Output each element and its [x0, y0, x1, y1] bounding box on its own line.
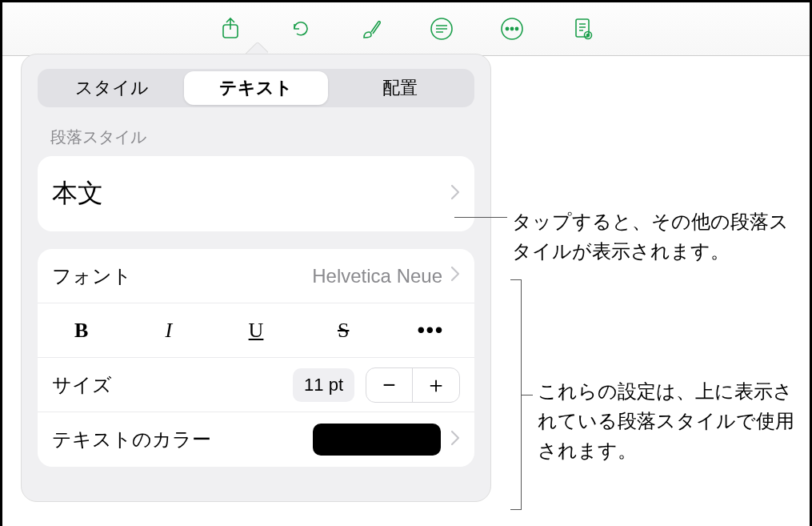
size-value[interactable]: 11 pt [293, 368, 354, 402]
strikethrough-button[interactable]: S [300, 303, 387, 357]
callout-paragraph-style: タップすると、その他の段落スタイルが表示されます。 [512, 207, 800, 266]
chevron-right-icon [450, 184, 460, 204]
format-popover: スタイル テキスト 配置 段落スタイル 本文 フォント Helvetica Ne… [21, 54, 491, 502]
more-format-button[interactable]: ••• [387, 303, 474, 357]
callout-settings: これらの設定は、上に表示されている段落スタイルで使用されます。 [538, 376, 810, 466]
callout-bracket-stem [522, 395, 533, 396]
more-icon[interactable] [496, 13, 528, 45]
size-stepper: − ＋ [366, 367, 460, 403]
svg-point-5 [515, 27, 518, 30]
size-label: サイズ [52, 372, 293, 398]
tab-segmented-control: スタイル テキスト 配置 [38, 69, 474, 107]
font-label: フォント [52, 263, 312, 289]
size-row: サイズ 11 pt − ＋ [38, 358, 474, 412]
text-color-swatch[interactable] [313, 424, 441, 456]
callout-bracket [510, 279, 522, 510]
svg-point-4 [510, 27, 513, 30]
bold-button[interactable]: B [38, 303, 125, 357]
popover-body: スタイル テキスト 配置 段落スタイル 本文 フォント Helvetica Ne… [21, 54, 491, 502]
svg-point-3 [506, 27, 508, 30]
frame-border-left [0, 0, 2, 526]
undo-icon[interactable] [285, 13, 317, 45]
font-value: Helvetica Neue [312, 265, 442, 287]
format-buttons-row: B I U S ••• [38, 303, 474, 358]
svg-point-8 [586, 34, 589, 37]
text-color-row[interactable]: テキストのカラー [38, 412, 474, 467]
chevron-right-icon [450, 266, 460, 286]
size-increase-button[interactable]: ＋ [413, 368, 459, 402]
insert-icon[interactable] [426, 13, 458, 45]
paragraph-style-card: 本文 [38, 156, 474, 231]
document-icon[interactable] [566, 13, 598, 45]
callout-leader-1 [454, 217, 507, 218]
paragraph-style-value: 本文 [52, 176, 450, 211]
paragraph-style-label: 段落スタイル [50, 126, 474, 148]
tab-style[interactable]: スタイル [40, 71, 184, 105]
text-settings-card: フォント Helvetica Neue B I U S ••• サイズ 11 p… [38, 249, 474, 467]
toolbar [0, 0, 812, 56]
paragraph-style-row[interactable]: 本文 [38, 156, 474, 231]
tab-text[interactable]: テキスト [184, 71, 328, 105]
brush-icon[interactable] [355, 13, 387, 45]
chevron-right-icon [450, 430, 460, 450]
toolbar-icons [214, 13, 598, 45]
underline-button[interactable]: U [212, 303, 299, 357]
share-icon[interactable] [214, 13, 246, 45]
font-row[interactable]: フォント Helvetica Neue [38, 249, 474, 303]
tab-layout[interactable]: 配置 [328, 71, 472, 105]
italic-button[interactable]: I [125, 303, 212, 357]
text-color-label: テキストのカラー [52, 427, 313, 452]
popover-caret [246, 42, 268, 54]
size-decrease-button[interactable]: − [366, 368, 413, 402]
